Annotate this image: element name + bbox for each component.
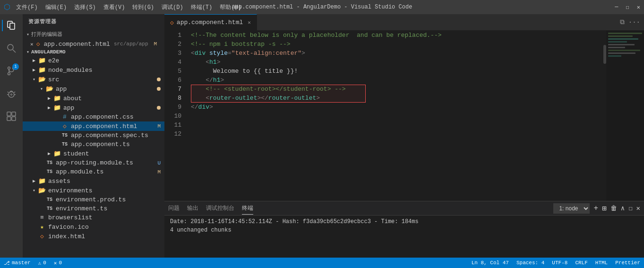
tree-item-favicon[interactable]: ▶ ★ favicon.ico: [23, 222, 164, 232]
student-arrow: ▶: [45, 151, 53, 156]
tree-item-app-ts[interactable]: ▶ TS app.component.ts: [23, 140, 164, 149]
code-token: <!-- <student-root></student-root> -->: [191, 85, 346, 94]
terminal-selector[interactable]: 1: node: [553, 203, 590, 214]
tab-debug-console[interactable]: 调试控制台: [206, 202, 234, 214]
svg-rect-27: [608, 55, 621, 57]
tree-item-e2e[interactable]: ▶ 📁 e2e: [23, 56, 164, 65]
title-bar: ⬡ 文件(F) 编辑(E) 选择(S) 查看(V) 转到(G) 调试(D) 终端…: [0, 0, 644, 14]
line-ending-text: CRLF: [575, 260, 587, 266]
git-activity-icon[interactable]: 1: [2, 61, 21, 80]
terminal-line-1: Date: 2018-11-16T14:45:52.114Z - Hash: f…: [170, 217, 638, 226]
menu-view[interactable]: 查看(V): [103, 3, 125, 11]
ts-file-icon: TS: [45, 206, 54, 211]
app-subfolder-arrow: ▶: [45, 105, 53, 111]
tree-item-app-html[interactable]: ▶ ◇ app.component.html M: [23, 121, 164, 131]
branch-icon: ⎇: [4, 260, 10, 266]
tree-item-env[interactable]: ▶ TS environment.ts: [23, 204, 164, 213]
tree-item-about[interactable]: ▶ 📁 about: [23, 94, 164, 103]
search-activity-icon[interactable]: [2, 39, 21, 58]
close-icon[interactable]: ✕: [30, 41, 34, 47]
env-label: environment.ts: [56, 205, 107, 212]
tree-item-src[interactable]: ▾ 📂 src: [23, 75, 164, 84]
tree-item-student[interactable]: ▶ 📁 student: [23, 149, 164, 158]
status-language[interactable]: HTML: [595, 260, 608, 266]
extensions-activity-icon[interactable]: [2, 107, 21, 126]
title-bar-left: ⬡ 文件(F) 编辑(E) 选择(S) 查看(V) 转到(G) 调试(D) 终端…: [4, 2, 241, 12]
menu-select[interactable]: 选择(S): [74, 3, 96, 11]
menu-file[interactable]: 文件(F): [16, 3, 38, 11]
tree-item-app-subfolder[interactable]: ▶ 📁 app: [23, 103, 164, 112]
tab-close-icon[interactable]: ✕: [248, 19, 251, 26]
svg-rect-25: [608, 50, 640, 51]
open-editor-item[interactable]: ✕ ◇ app.component.html src/app/app M: [23, 40, 164, 48]
maximize-button[interactable]: ☐: [626, 4, 629, 11]
minimize-button[interactable]: ─: [615, 4, 618, 11]
project-arrow: ▾: [26, 49, 29, 55]
tree-item-node-modules[interactable]: ▶ 📁 node_modules: [23, 65, 164, 75]
branch-name: master: [12, 260, 31, 266]
tree-item-environments[interactable]: ▾ 📂 environments: [23, 186, 164, 195]
close-panel-icon[interactable]: ✕: [636, 204, 640, 212]
tab-problems[interactable]: 问题: [168, 202, 180, 214]
open-editor-badge: M: [154, 41, 157, 47]
line-num-4: 4: [164, 58, 181, 67]
chevron-up-icon[interactable]: ∧: [621, 204, 625, 212]
split-editor-icon[interactable]: ⧉: [620, 18, 625, 26]
status-branch[interactable]: ⎇ master: [4, 260, 31, 266]
status-spaces[interactable]: Spaces: 4: [516, 260, 544, 266]
svg-line-3: [13, 50, 16, 52]
menu-debug[interactable]: 调试(D): [162, 3, 183, 11]
new-terminal-icon[interactable]: +: [593, 204, 598, 213]
editor-tab-app-html[interactable]: ◇ app.component.html ✕: [164, 14, 257, 30]
close-button[interactable]: ✕: [637, 4, 640, 11]
language-text: HTML: [595, 260, 608, 266]
code-token: div: [195, 49, 206, 58]
tree-item-app-folder[interactable]: ▾ 📂 app: [23, 84, 164, 94]
editor-area: ◇ app.component.html ✕ ⧉ ··· 1 2 3 4 5 6…: [164, 14, 644, 258]
tab-terminal[interactable]: 终端: [242, 202, 253, 215]
open-editors-header[interactable]: ▾ 打开的编辑器: [23, 29, 164, 40]
status-errors[interactable]: ✕ 0: [54, 260, 62, 266]
status-warnings[interactable]: ⚠ 0: [38, 260, 46, 266]
split-terminal-icon[interactable]: ⊞: [602, 204, 607, 213]
debug-activity-icon[interactable]: [2, 84, 21, 103]
code-area[interactable]: <!--The content below is only a placehol…: [187, 31, 600, 201]
tree-item-app-routing[interactable]: ▶ TS app-routing.module.ts U: [23, 158, 164, 167]
src-arrow: ▾: [30, 77, 38, 82]
status-line-ending[interactable]: CRLF: [575, 260, 587, 266]
svg-rect-15: [7, 112, 11, 116]
sidebar-header: 资源管理器: [23, 14, 164, 29]
tree-item-env-prod[interactable]: ▶ TS environment.prod.ts: [23, 195, 164, 204]
code-token: Welcome to {{ title }}!: [191, 67, 298, 76]
minimap: [606, 31, 644, 201]
maximize-panel-icon[interactable]: ☐: [628, 204, 632, 212]
svg-point-4: [8, 67, 10, 69]
editor-scrollbar[interactable]: [600, 31, 606, 201]
status-position[interactable]: Ln 8, Col 47: [472, 260, 509, 266]
html-file-icon: ◇: [60, 122, 69, 130]
tree-item-app-module[interactable]: ▶ TS app.module.ts M: [23, 167, 164, 176]
editor-content[interactable]: 1 2 3 4 5 6 7 8 9 10 11 12 <!--The conte…: [164, 31, 644, 201]
menu-edit[interactable]: 编辑(E): [45, 3, 67, 11]
tree-item-assets[interactable]: ▶ 📁 assets: [23, 176, 164, 186]
window-controls: ─ ☐ ✕: [615, 4, 640, 11]
status-encoding[interactable]: UTF-8: [552, 260, 567, 266]
explorer-activity-icon[interactable]: [2, 16, 21, 35]
tab-output[interactable]: 输出: [187, 202, 198, 214]
code-token: style: [206, 49, 228, 58]
tree-item-index-html[interactable]: ▶ ◇ index.html: [23, 232, 164, 241]
more-tabs-icon[interactable]: ···: [628, 18, 640, 26]
status-formatter[interactable]: Prettier: [615, 260, 640, 266]
tree-item-browserslist[interactable]: ▶ ≡ browserslist: [23, 213, 164, 222]
ts-file-icon: TS: [60, 142, 69, 147]
app-subfolder-label: app: [63, 104, 74, 112]
menu-terminal[interactable]: 终端(T): [191, 3, 213, 11]
tree-item-app-spec[interactable]: ▶ TS app.component.spec.ts: [23, 131, 164, 140]
project-header[interactable]: ▾ ANGULARDEMO: [23, 48, 164, 56]
line-num-3: 3: [164, 49, 181, 58]
tree-item-app-css[interactable]: ▶ # app.component.css: [23, 112, 164, 121]
delete-terminal-icon[interactable]: 🗑: [610, 205, 617, 212]
app-css-label: app.component.css: [71, 113, 134, 121]
menu-goto[interactable]: 转到(G): [132, 3, 154, 11]
node-modules-label: node_modules: [48, 67, 93, 74]
